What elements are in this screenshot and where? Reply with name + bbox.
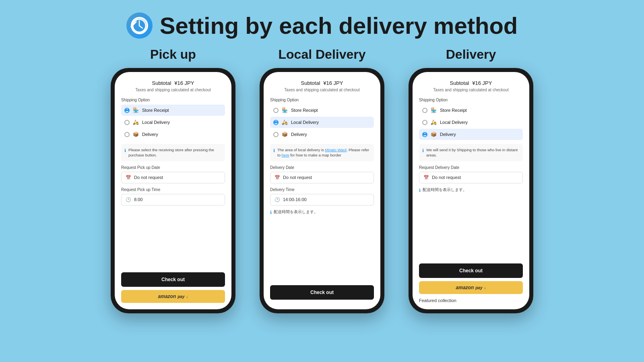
delivery-japanese-info: ℹ 配送時間を表示します。 <box>419 187 523 193</box>
local-japanese-info: ℹ 配送時間を表示します。 <box>270 210 374 215</box>
pickup-time-input[interactable]: 🕐 8:00 <box>121 194 225 206</box>
svg-line-2 <box>139 26 142 28</box>
delivery-pay-label: pay <box>475 286 482 290</box>
local-date-label: Delivery Date <box>270 165 374 170</box>
pickup-section: Pick up Subtotal ¥16 JPY Taxes and shipp… <box>111 47 235 313</box>
delivery-info-text: We will send it by Shipping to those who… <box>426 147 520 158</box>
delivery-info-box: ℹ We will send it by Shipping to those w… <box>419 144 523 161</box>
calendar-icon-local: 📅 <box>275 175 280 180</box>
local-delivery-label: Local Delivery <box>279 47 366 62</box>
pickup-subtotal-label: Subtotal <box>152 80 171 86</box>
local-delivery-section: Local Delivery Subtotal ¥16 JPY Taxes an… <box>260 47 384 313</box>
pickup-amazon-pay-label: amazon <box>158 294 176 299</box>
local-radio-store <box>273 108 279 113</box>
delivery-amazon-pay-button[interactable]: amazon pay ↓ <box>419 281 523 294</box>
pickup-radio-local <box>124 120 130 125</box>
here-link[interactable]: here <box>282 153 289 157</box>
delivery-subtotal-row: Subtotal ¥16 JPY <box>419 80 523 86</box>
delivery-local-icon: 🛵 <box>431 119 437 125</box>
clock-icon-pickup: 🕐 <box>126 197 131 202</box>
pickup-radio-store <box>124 108 130 113</box>
local-checkout-button[interactable]: Check out <box>270 285 374 300</box>
pickup-option-store-receipt[interactable]: 🏪 Store Receipt <box>121 105 225 116</box>
pickup-pay-label: pay <box>178 294 184 299</box>
pickup-phone-screen: Subtotal ¥16 JPY Taxes and shipping calc… <box>115 72 231 309</box>
delivery-store-icon: 🏪 <box>431 107 437 113</box>
delivery-section-label: Delivery <box>446 47 496 62</box>
pickup-time-value: 8:00 <box>134 197 142 202</box>
local-shipping-label: Shipping Option <box>270 98 374 102</box>
pickup-store-label: Store Receipt <box>142 108 169 113</box>
delivery-date-input[interactable]: 📅 Do not request <box>419 172 523 183</box>
local-option-local-delivery[interactable]: 🛵 Local Delivery <box>270 117 374 128</box>
amazon-arrow-delivery: ↓ <box>484 286 486 290</box>
clock-icon-local: 🕐 <box>275 197 280 202</box>
amazon-arrow-pickup: ↓ <box>186 294 188 299</box>
local-date-input[interactable]: 📅 Do not request <box>270 172 374 183</box>
local-local-label: Local Delivery <box>291 120 319 125</box>
pickup-amazon-pay-button[interactable]: amazon pay ↓ <box>121 290 225 303</box>
delivery-option-delivery[interactable]: 📦 Delivery <box>419 129 523 140</box>
local-date-value: Do not request <box>283 175 312 180</box>
pickup-date-input[interactable]: 📅 Do not request <box>121 172 225 183</box>
pickup-delivery-label: Delivery <box>142 132 158 137</box>
delivery-local-label: Local Delivery <box>440 120 468 125</box>
local-info-box: ℹ The area of local delivery is Minato W… <box>270 144 374 161</box>
local-option-store-receipt[interactable]: 🏪 Store Receipt <box>270 105 374 116</box>
pickup-taxes-note: Taxes and shipping calculated at checkou… <box>121 88 225 92</box>
delivery-subtotal-label: Subtotal <box>450 80 469 86</box>
delivery-radio-local <box>422 120 427 125</box>
pickup-option-local-delivery[interactable]: 🛵 Local Delivery <box>121 117 225 128</box>
pickup-phone-frame: Subtotal ¥16 JPY Taxes and shipping calc… <box>111 68 235 313</box>
local-delivery-icon2: 🛵 <box>282 119 288 125</box>
pickup-radio-delivery <box>124 132 130 137</box>
local-time-label: Delivery Time <box>270 187 374 192</box>
delivery-phone-screen: Subtotal ¥16 JPY Taxes and shipping calc… <box>413 72 529 309</box>
local-japanese-text: 配送時間を表示します。 <box>274 210 318 215</box>
pickup-time-label: Request Pick up Time <box>121 187 225 192</box>
delivery-icon: 📦 <box>133 132 139 137</box>
info-icon-pickup: ℹ <box>124 148 126 158</box>
local-delivery-label: Delivery <box>291 132 307 137</box>
info-icon-delivery-jp: ℹ <box>419 188 421 193</box>
delivery-option-local[interactable]: 🛵 Local Delivery <box>419 117 523 128</box>
delivery-taxes-note: Taxes and shipping calculated at checkou… <box>419 88 523 92</box>
delivery-option-store-receipt[interactable]: 🏪 Store Receipt <box>419 105 523 116</box>
local-option-delivery[interactable]: 📦 Delivery <box>270 129 374 140</box>
local-shipping-options: 🏪 Store Receipt 🛵 Local Delivery 📦 Deliv… <box>270 105 374 140</box>
delivery-date-label: Request Delivery Date <box>419 165 523 170</box>
minato-ward-link[interactable]: Minato Ward <box>325 148 347 152</box>
local-store-icon: 🏪 <box>282 107 288 113</box>
pickup-shipping-label: Shipping Option <box>121 98 225 102</box>
delivery-subtotal-amount: ¥16 JPY <box>472 80 492 86</box>
local-info-text: The area of local delivery is Minato War… <box>277 147 371 158</box>
delivery-radio-delivery <box>422 132 427 137</box>
logo-icon <box>126 12 153 39</box>
local-taxes-note: Taxes and shipping calculated at checkou… <box>270 88 374 92</box>
local-subtotal-label: Subtotal <box>301 80 320 86</box>
pickup-info-text: Please select the receiving store after … <box>128 147 222 158</box>
delivery-japanese-text: 配送時間を表示します。 <box>423 187 467 193</box>
pickup-checkout-button[interactable]: Check out <box>121 272 225 287</box>
calendar-icon-pickup: 📅 <box>126 175 131 180</box>
local-delivery-phone-frame: Subtotal ¥16 JPY Taxes and shipping calc… <box>260 68 384 313</box>
pickup-subtotal-amount: ¥16 JPY <box>174 80 194 86</box>
pickup-label: Pick up <box>150 47 196 62</box>
delivery-radio-store <box>422 108 427 113</box>
local-time-value: 14:00-16:00 <box>283 197 307 202</box>
pickup-subtotal-row: Subtotal ¥16 JPY <box>121 80 225 86</box>
pickup-date-value: Do not request <box>134 175 163 180</box>
local-delivery-icon: 🛵 <box>133 119 139 125</box>
info-icon-delivery: ℹ <box>422 148 424 158</box>
delivery-date-value: Do not request <box>432 175 461 180</box>
delivery-checkout-button[interactable]: Check out <box>419 263 523 278</box>
pickup-info-box: ℹ Please select the receiving store afte… <box>121 144 225 161</box>
local-subtotal-amount: ¥16 JPY <box>323 80 343 86</box>
info-icon-local-jp: ℹ <box>270 210 272 215</box>
local-delivery-phone-screen: Subtotal ¥16 JPY Taxes and shipping calc… <box>264 72 380 309</box>
delivery-phone-frame: Subtotal ¥16 JPY Taxes and shipping calc… <box>409 68 533 313</box>
delivery-shipping-options: 🏪 Store Receipt 🛵 Local Delivery 📦 Deliv… <box>419 105 523 140</box>
pickup-option-delivery[interactable]: 📦 Delivery <box>121 129 225 140</box>
delivery-delivery-label: Delivery <box>440 132 456 137</box>
local-time-input[interactable]: 🕐 14:00-16:00 <box>270 194 374 206</box>
